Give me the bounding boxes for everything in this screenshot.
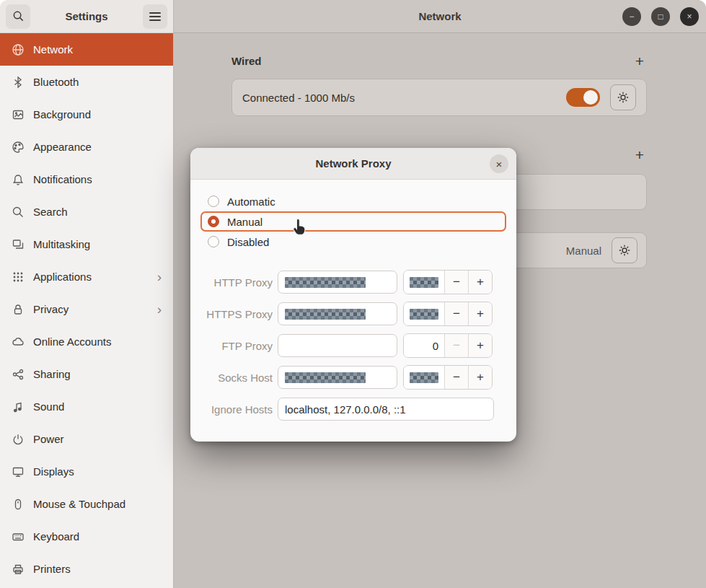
cloud-icon — [12, 335, 25, 348]
sidebar-item-keyboard[interactable]: Keyboard — [0, 520, 173, 553]
radio-selected-icon — [208, 216, 219, 227]
wired-section: Wired + Connected - 1000 Mb/s — [231, 53, 647, 116]
ignore-hosts-label: Ignore Hosts — [190, 403, 273, 416]
sidebar-item-search[interactable]: Search — [0, 196, 173, 228]
hamburger-icon — [149, 12, 161, 21]
option-label: Disabled — [227, 236, 269, 248]
menu-button[interactable] — [143, 4, 167, 29]
proxy-fields: HTTP Proxy − + HTTPS Proxy − + FTP Pro — [190, 270, 516, 421]
http-proxy-label: HTTP Proxy — [190, 276, 273, 289]
redacted-value — [410, 309, 438, 320]
decrement-button[interactable]: − — [444, 302, 468, 325]
appearance-icon — [12, 141, 25, 154]
wired-section-title: Wired — [231, 55, 262, 67]
redacted-value — [410, 372, 438, 383]
sidebar-item-displays[interactable]: Displays — [0, 455, 173, 488]
ftp-proxy-row: FTP Proxy 0 − + — [190, 333, 516, 358]
sidebar-item-background[interactable]: Background — [0, 98, 173, 131]
sidebar-item-bluetooth[interactable]: Bluetooth — [0, 66, 173, 98]
sidebar: Settings Network Bluetooth Background Ap… — [0, 0, 174, 588]
option-manual[interactable]: Manual — [200, 211, 506, 232]
sidebar-item-label: Power — [33, 433, 64, 445]
wired-toggle[interactable] — [566, 88, 600, 107]
sidebar-item-sound[interactable]: Sound — [0, 390, 173, 423]
http-proxy-port-spinner: − + — [403, 270, 493, 294]
sidebar-item-label: Applications — [33, 271, 92, 283]
redacted-value — [285, 372, 366, 383]
sidebar-item-network[interactable]: Network — [0, 33, 173, 66]
printer-icon — [12, 563, 25, 576]
sidebar-item-printers[interactable]: Printers — [0, 553, 173, 585]
power-icon — [12, 433, 25, 446]
sidebar-item-online-accounts[interactable]: Online Accounts — [0, 325, 173, 358]
sidebar-item-notifications[interactable]: Notifications — [0, 163, 173, 196]
add-vpn-button[interactable]: + — [632, 147, 647, 162]
dialog-headerbar: Network Proxy × — [190, 148, 516, 180]
option-disabled[interactable]: Disabled — [200, 232, 506, 252]
http-proxy-port-value[interactable] — [404, 271, 444, 294]
sidebar-item-label: Sharing — [33, 368, 71, 380]
main-headerbar: Network − □ × — [174, 0, 706, 33]
close-button[interactable]: × — [680, 7, 699, 26]
sidebar-item-label: Multitasking — [33, 238, 90, 250]
app-grid-icon — [12, 271, 25, 284]
sidebar-item-label: Mouse & Touchpad — [33, 498, 125, 510]
increment-button[interactable]: + — [468, 271, 492, 294]
radio-icon — [208, 196, 219, 207]
sidebar-item-label: Keyboard — [33, 530, 79, 543]
sidebar-item-power[interactable]: Power — [0, 423, 173, 455]
sidebar-item-label: Search — [33, 206, 68, 218]
sidebar-item-label: Online Accounts — [33, 335, 111, 348]
wired-connection-row[interactable]: Connected - 1000 Mb/s — [231, 79, 647, 116]
socks-port-value[interactable] — [404, 366, 444, 389]
decrement-button[interactable]: − — [444, 271, 468, 294]
search-icon — [12, 10, 25, 22]
bell-icon — [12, 173, 25, 186]
https-proxy-host-input[interactable] — [278, 302, 397, 325]
ignore-hosts-row: Ignore Hosts — [190, 397, 516, 421]
sidebar-item-mouse-touchpad[interactable]: Mouse & Touchpad — [0, 488, 173, 520]
maximize-button[interactable]: □ — [651, 7, 670, 26]
music-note-icon — [12, 400, 25, 413]
dialog-close-button[interactable]: × — [490, 154, 508, 173]
sidebar-item-label: Printers — [33, 563, 71, 575]
magnifier-icon — [12, 206, 25, 219]
decrement-button[interactable]: − — [444, 334, 468, 357]
gear-icon — [618, 244, 631, 257]
sidebar-item-label: Notifications — [33, 173, 92, 185]
ftp-proxy-port-value[interactable]: 0 — [404, 334, 444, 357]
sidebar-item-applications[interactable]: Applications › — [0, 260, 173, 293]
option-automatic[interactable]: Automatic — [200, 191, 506, 211]
minimize-button[interactable]: − — [622, 7, 641, 26]
https-proxy-row: HTTPS Proxy − + — [190, 302, 516, 326]
wired-settings-button[interactable] — [610, 84, 636, 110]
decrement-button[interactable]: − — [444, 366, 468, 389]
https-proxy-port-value[interactable] — [404, 302, 444, 325]
socks-host-label: Socks Host — [190, 372, 273, 384]
increment-button[interactable]: + — [468, 302, 492, 325]
share-icon — [12, 368, 25, 381]
sidebar-item-privacy[interactable]: Privacy › — [0, 293, 173, 325]
sidebar-item-sharing[interactable]: Sharing — [0, 358, 173, 390]
radio-icon — [208, 236, 219, 247]
socks-host-input[interactable] — [278, 366, 397, 389]
mouse-icon — [12, 498, 25, 511]
option-label: Automatic — [227, 196, 275, 208]
chevron-right-icon: › — [157, 302, 162, 316]
sidebar-item-appearance[interactable]: Appearance — [0, 131, 173, 163]
sidebar-item-multitasking[interactable]: Multitasking — [0, 228, 173, 260]
close-icon: × — [687, 12, 692, 21]
proxy-settings-button[interactable] — [612, 237, 637, 263]
redacted-value — [410, 277, 438, 288]
search-button[interactable] — [6, 4, 30, 29]
gear-icon — [617, 91, 630, 104]
redacted-value — [285, 309, 366, 320]
increment-button[interactable]: + — [468, 334, 492, 357]
add-wired-button[interactable]: + — [632, 53, 647, 69]
ftp-proxy-host-input[interactable] — [278, 334, 397, 357]
network-icon — [12, 43, 25, 56]
ignore-hosts-input[interactable] — [278, 398, 494, 421]
minimize-icon: − — [629, 12, 634, 21]
increment-button[interactable]: + — [468, 366, 492, 389]
http-proxy-host-input[interactable] — [278, 271, 397, 294]
